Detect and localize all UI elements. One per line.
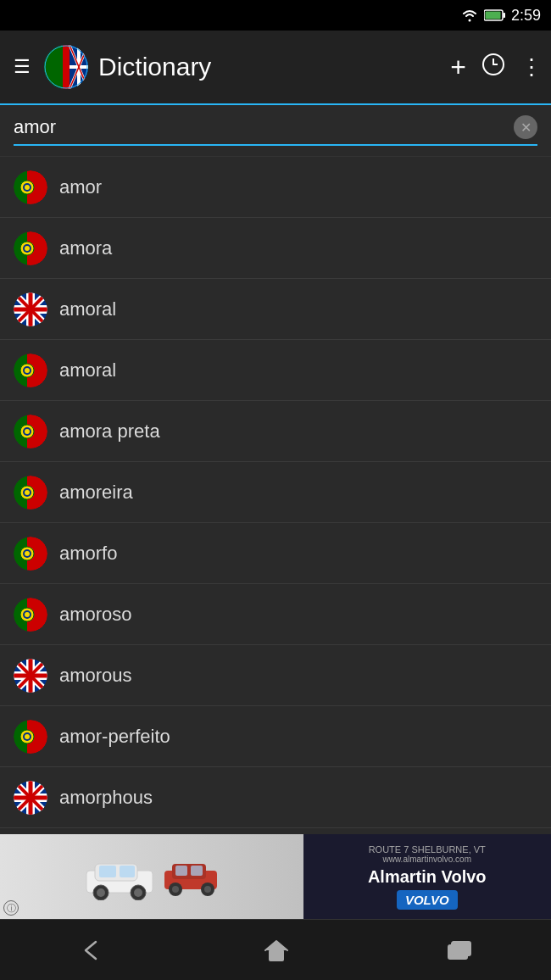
uk-flag: [14, 781, 47, 815]
results-list: amor amora amoral: [0, 157, 551, 889]
clear-icon[interactable]: ✕: [514, 115, 537, 139]
app-bar: ☰ Dictionar: [0, 31, 551, 105]
uk-flag: [14, 292, 47, 326]
pt-flag: [14, 354, 47, 387]
svg-point-108: [134, 888, 142, 897]
svg-rect-117: [270, 950, 283, 961]
list-item[interactable]: amora preta: [0, 401, 551, 462]
svg-point-28: [25, 246, 30, 251]
result-word: amora preta: [59, 420, 160, 443]
svg-rect-7: [63, 45, 70, 89]
list-item[interactable]: amoral: [0, 279, 551, 340]
list-item[interactable]: amor-perfeito: [0, 706, 551, 767]
result-word: amorous: [59, 665, 132, 687]
list-item[interactable]: amorphous: [0, 767, 551, 828]
recents-button[interactable]: [426, 933, 493, 967]
search-box: ✕: [14, 115, 537, 146]
svg-point-44: [25, 368, 30, 373]
pt-flag: [14, 170, 47, 204]
list-item[interactable]: amorous: [0, 645, 551, 706]
pt-flag: [14, 415, 47, 448]
result-word: amorphous: [59, 787, 153, 809]
nav-bar: [0, 919, 551, 980]
result-word: amor: [59, 176, 102, 198]
svg-point-68: [25, 612, 30, 617]
white-car: [82, 854, 159, 900]
home-button[interactable]: [243, 932, 309, 969]
result-word: amoral: [59, 298, 116, 320]
ad-content: ROUTE 7 SHELBURNE, VT www.almartinvolvo.…: [0, 834, 551, 919]
pt-flag: [14, 720, 47, 754]
status-time: 2:59: [511, 7, 541, 25]
svg-rect-111: [175, 866, 187, 876]
result-word: amora: [59, 237, 112, 259]
pt-flag: [14, 476, 47, 509]
svg-point-116: [204, 886, 211, 893]
battery-icon: [484, 9, 506, 21]
list-item[interactable]: amoral: [0, 340, 551, 401]
svg-rect-103: [99, 866, 116, 877]
list-item[interactable]: amorfo: [0, 523, 551, 584]
svg-rect-2: [503, 13, 505, 18]
result-word: amoroso: [59, 604, 132, 626]
result-word: amoreira: [59, 482, 133, 504]
app-bar-actions: + ⋮: [450, 52, 541, 83]
add-button[interactable]: +: [450, 52, 466, 83]
history-button[interactable]: [481, 53, 505, 82]
uk-flag: [14, 659, 47, 693]
red-car: [162, 855, 221, 898]
svg-point-0: [468, 19, 470, 22]
more-button[interactable]: ⋮: [520, 54, 541, 81]
back-button[interactable]: [58, 932, 126, 969]
status-icons: 2:59: [460, 7, 541, 25]
wifi-icon: [460, 8, 479, 22]
app-logo: [44, 45, 88, 89]
svg-rect-119: [452, 942, 470, 955]
search-area: ✕: [0, 105, 551, 157]
ad-website: www.almartinvolvo.com: [383, 855, 471, 864]
svg-rect-104: [120, 866, 135, 877]
search-input[interactable]: [14, 116, 514, 138]
svg-point-56: [25, 490, 30, 495]
app-title: Dictionary: [98, 53, 440, 81]
pt-flag: [14, 231, 47, 265]
svg-point-114: [172, 886, 179, 893]
pt-flag: [14, 537, 47, 571]
list-item[interactable]: amoreira: [0, 462, 551, 523]
pt-flag: [14, 598, 47, 632]
svg-point-106: [97, 888, 105, 897]
svg-point-50: [25, 429, 30, 434]
list-item[interactable]: amora: [0, 218, 551, 279]
hamburger-icon[interactable]: ☰: [10, 53, 34, 81]
ad-info-icon[interactable]: ⓘ: [3, 900, 19, 916]
svg-rect-6: [44, 45, 63, 89]
svg-rect-3: [485, 12, 500, 19]
svg-point-22: [25, 185, 30, 190]
ad-logo: VOLVO: [397, 890, 458, 910]
ad-text: ROUTE 7 SHELBURNE, VT www.almartinvolvo.…: [303, 834, 552, 919]
svg-point-84: [25, 734, 30, 739]
ad-cars: [0, 834, 303, 919]
list-item[interactable]: amoroso: [0, 584, 551, 645]
svg-rect-112: [191, 866, 203, 876]
ad-name: Almartin Volvo: [368, 867, 487, 887]
svg-point-62: [25, 551, 30, 556]
ad-route: ROUTE 7 SHELBURNE, VT: [369, 844, 486, 855]
result-word: amorfo: [59, 543, 117, 565]
list-item[interactable]: amor: [0, 157, 551, 218]
status-bar: 2:59: [0, 0, 551, 31]
result-word: amor-perfeito: [59, 726, 170, 748]
ad-banner[interactable]: ROUTE 7 SHELBURNE, VT www.almartinvolvo.…: [0, 834, 551, 919]
result-word: amoral: [59, 359, 116, 381]
